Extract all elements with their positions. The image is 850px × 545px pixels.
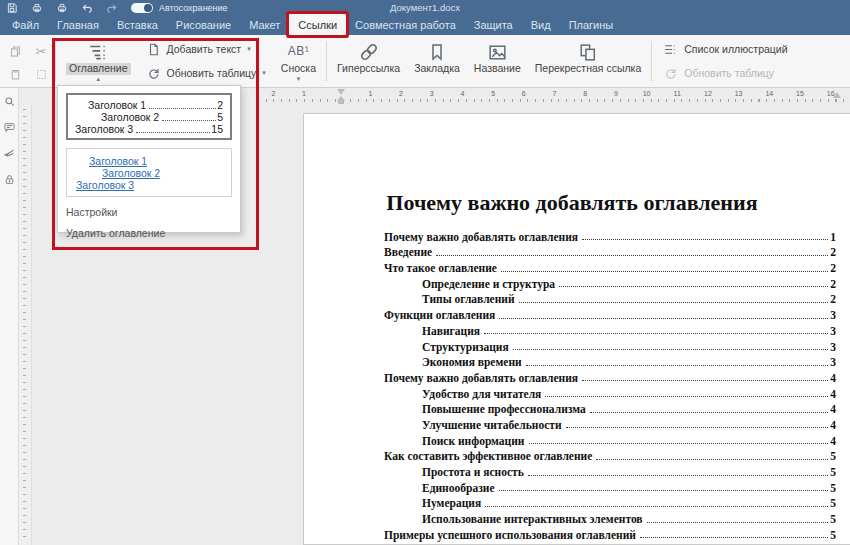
quick-print-icon[interactable] (56, 2, 68, 14)
toc-entry[interactable]: Использование интерактивных элементов 5 (384, 509, 836, 525)
header-bar: Документ1.docx Автосохранение Файл (0, 0, 850, 35)
print-icon[interactable] (31, 2, 43, 14)
figures-update-label: Обновить таблицу (684, 67, 774, 79)
toc-page-number: 5 (830, 529, 836, 541)
ruler-number: 8 (570, 90, 601, 97)
toc-entry[interactable]: Простота и ясность 5 (384, 462, 836, 478)
search-icon[interactable] (3, 95, 16, 108)
cross-reference-label: Перекрестная ссылка (535, 63, 641, 75)
toc-style-classic[interactable]: Заголовок 1 2 Заголовок 2 5 Заголовок 3 … (66, 93, 232, 140)
toc-entry[interactable]: Поиск информации 4 (384, 431, 836, 447)
toc-entry[interactable]: Единообразие 5 (384, 478, 836, 494)
toc-entry[interactable]: Нумерация 5 (384, 494, 836, 510)
ribbon-tab[interactable]: Макет (240, 14, 289, 35)
toc-preview-page: 2 (217, 99, 223, 111)
toc-entry[interactable]: Типы оглавлений 2 (384, 290, 836, 306)
ribbon-tab[interactable]: Файл (3, 14, 48, 35)
toc-entry-text: Определение и структура (422, 278, 555, 290)
figures-list-button[interactable]: Список иллюстраций (659, 39, 791, 60)
toc-page-number: 3 (830, 341, 836, 353)
footnote-button[interactable]: AB¹ Сноска ▾ (274, 37, 323, 85)
toc-page-number: 2 (830, 262, 836, 274)
ribbon-tab[interactable]: Главная (48, 14, 108, 35)
toc-settings-item[interactable]: Настройки (66, 206, 232, 218)
ruler-number: 2 (258, 90, 289, 97)
table-of-contents-button[interactable]: Оглавление ▴ (59, 37, 138, 85)
ribbon-tab[interactable]: Вставка (108, 14, 167, 35)
toc-preview-link: Заголовок 3 (76, 179, 134, 191)
figures-list-icon (663, 42, 678, 57)
chevron-up-icon: ▴ (97, 76, 101, 81)
hyperlink-button[interactable]: Гиперссылка (330, 37, 407, 85)
toc-button-label: Оглавление (66, 63, 131, 75)
bookmark-button[interactable]: Закладка (407, 37, 467, 85)
comments-icon[interactable] (3, 121, 16, 134)
autosave-toggle[interactable] (131, 3, 153, 13)
toc-entry[interactable]: Структуризация 3 (384, 337, 836, 353)
toc-entry[interactable]: Улучшение читабельности 4 (384, 415, 836, 431)
caption-button[interactable]: Название (467, 37, 528, 85)
toc-entry[interactable]: Примеры успешного использования оглавлен… (384, 525, 836, 541)
toc-leader-dots (528, 475, 829, 476)
ruler-numbers-right: 1234567891011121314151617 (355, 90, 850, 97)
copy-icon[interactable] (6, 40, 24, 62)
toc-page-number: 2 (830, 278, 836, 290)
ruler-number: 7 (539, 90, 570, 97)
toc-entry[interactable]: Экономия времени 3 (384, 353, 836, 369)
document-page[interactable]: Почему важно добавлять оглавления Почему… (303, 113, 850, 545)
figures-update-button[interactable]: Обновить таблицу (659, 63, 791, 84)
toc-entry[interactable]: Почему важно добавлять оглавления 1 (384, 227, 836, 243)
vertical-ruler[interactable] (19, 105, 32, 545)
toc-page-number: 4 (830, 372, 836, 384)
update-table-button[interactable]: Обновить таблицу ▾ (142, 63, 270, 84)
toc-leader-dots (484, 333, 828, 334)
undo-icon[interactable] (81, 2, 93, 14)
cross-reference-button[interactable]: Перекрестная ссылка (528, 37, 648, 85)
toc-entry[interactable]: Почему важно добавлять оглавления 4 (384, 368, 836, 384)
add-text-button[interactable]: Добавить текст ▾ (142, 39, 270, 60)
ribbon-tab[interactable]: Защита (465, 14, 522, 35)
ribbon-tab[interactable]: Вид (522, 14, 560, 35)
toc-entry[interactable]: Удобство для читателя 4 (384, 384, 836, 400)
toc-entry[interactable]: Что такое оглавление 2 (384, 258, 836, 274)
toc-preview-leader (162, 120, 216, 121)
ribbon-tab[interactable]: Рисование (167, 14, 240, 35)
footnote-icon: AB¹ (288, 41, 310, 63)
toc-icon (87, 41, 109, 63)
toc-entry-text: Типы оглавлений (422, 293, 515, 305)
ruler-number: 1 (355, 90, 386, 97)
redo-icon[interactable] (106, 2, 118, 14)
toc-preview-link-row: Заголовок 3 (76, 179, 222, 191)
save-icon[interactable] (6, 2, 18, 14)
toc-entry[interactable]: Повышение профессионализма 4 (384, 400, 836, 416)
toc-dropdown-panel: Заголовок 1 2 Заголовок 2 5 Заголовок 3 … (57, 85, 241, 233)
paste-icon[interactable] (6, 63, 24, 85)
toc-entry-text: Навигация (422, 325, 480, 337)
ribbon-tab[interactable]: Ссылки (289, 14, 346, 35)
toc-page-number: 3 (830, 309, 836, 321)
toc-page-number: 4 (830, 435, 836, 447)
left-indent-marker[interactable] (338, 101, 344, 104)
toc-entry[interactable]: Навигация 3 (384, 321, 836, 337)
quick-access-bar: Автосохранение (0, 0, 228, 15)
toc-entry[interactable]: Определение и структура 2 (384, 274, 836, 290)
toc-style-links[interactable]: Заголовок 1 Заголовок 2 Заголовок 3 (66, 148, 232, 197)
toc-preview-heading: Заголовок 2 (101, 111, 159, 123)
navigation-icon[interactable] (3, 147, 16, 160)
first-line-indent-marker[interactable] (337, 89, 345, 95)
cut-icon[interactable]: ✂ (32, 40, 50, 62)
horizontal-ruler[interactable]: 21 1234567891011121314151617 (258, 88, 850, 105)
toc-leader-dots (566, 427, 829, 428)
select-icon[interactable] (32, 63, 50, 85)
protection-icon[interactable] (3, 173, 16, 186)
ribbon-tab[interactable]: Совместная работа (346, 14, 465, 35)
right-indent-marker[interactable] (833, 92, 841, 98)
toc-entry[interactable]: Функции оглавления 3 (384, 305, 836, 321)
ribbon-tab[interactable]: Плагины (560, 14, 623, 35)
toc-entry[interactable]: Как составить эффективное оглавление 5 (384, 447, 836, 463)
ribbon-tabs: Файл Главная Вставка Рисование Макет Ссы… (0, 14, 850, 35)
toc-entry-text: Простота и ясность (422, 466, 524, 478)
bookmark-icon (427, 41, 447, 63)
toc-entry[interactable]: Введение 2 (384, 243, 836, 259)
toc-remove-item[interactable]: Удалить оглавление (66, 227, 232, 239)
